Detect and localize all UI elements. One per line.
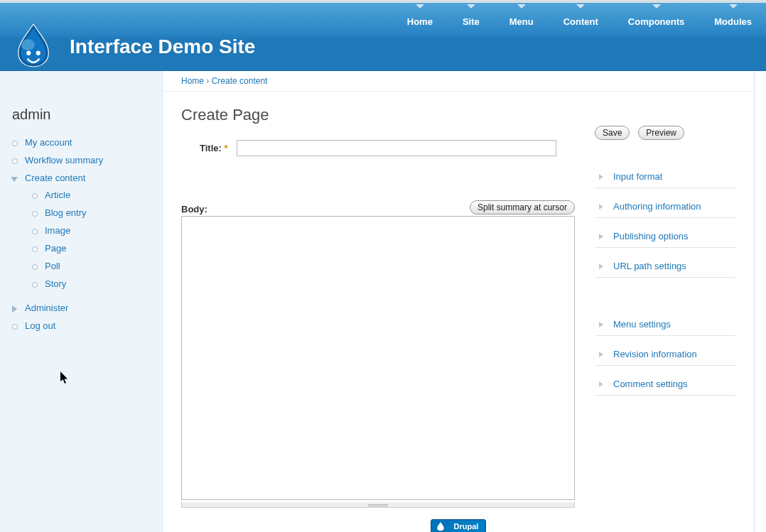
side-revision-info[interactable]: Revision information <box>613 349 697 359</box>
sidebar-log-out[interactable]: Log out <box>25 320 55 331</box>
sidebar-cc-article[interactable]: Article <box>45 190 70 200</box>
nav-site[interactable]: Site <box>463 6 480 27</box>
breadcrumb: Home › Create content <box>163 71 754 92</box>
breadcrumb-sep: › <box>204 76 212 86</box>
sidebar-title: admin <box>12 107 151 123</box>
required-star-icon: * <box>224 143 227 153</box>
preview-button[interactable]: Preview <box>638 126 684 140</box>
body-label: Body: <box>181 204 207 215</box>
side-comment-settings[interactable]: Comment settings <box>613 379 688 389</box>
sidebar: admin My account Workflow summary Create… <box>0 71 162 532</box>
footer-badge: Drupal <box>163 515 754 532</box>
svg-point-2 <box>36 51 41 55</box>
svg-point-0 <box>21 39 35 50</box>
sidebar-cc-page[interactable]: Page <box>45 243 66 254</box>
top-nav: Home Site Menu Content Components Module… <box>407 6 752 27</box>
nav-modules[interactable]: Modules <box>714 6 752 27</box>
nav-content[interactable]: Content <box>563 6 598 27</box>
sidebar-cc-image[interactable]: Image <box>45 225 70 236</box>
side-url-path-settings[interactable]: URL path settings <box>613 261 686 271</box>
form-main: Create Page Title: * Body: Split summary… <box>181 106 575 508</box>
breadcrumb-home[interactable]: Home <box>181 76 204 86</box>
page-title: Create Page <box>181 106 575 124</box>
svg-point-1 <box>26 51 31 55</box>
title-input[interactable] <box>237 140 556 156</box>
powered-by-drupal-badge[interactable]: Drupal <box>431 519 487 532</box>
side-authoring-info[interactable]: Authoring information <box>613 201 701 212</box>
side-input-format[interactable]: Input format <box>613 171 662 182</box>
nav-home[interactable]: Home <box>407 6 433 27</box>
drupal-badge-icon <box>431 520 450 532</box>
page-body: admin My account Workflow summary Create… <box>0 71 766 532</box>
sidebar-workflow-summary[interactable]: Workflow summary <box>25 155 103 165</box>
body-textarea[interactable] <box>181 216 575 500</box>
drupal-logo-icon <box>13 23 54 70</box>
split-summary-button[interactable]: Split summary at cursor <box>470 200 575 215</box>
sidebar-administer[interactable]: Administer <box>25 303 68 313</box>
resize-grip-icon[interactable] <box>181 502 575 508</box>
save-button[interactable]: Save <box>595 126 630 140</box>
sidebar-create-content[interactable]: Create content <box>25 173 85 183</box>
sidebar-cc-blog-entry[interactable]: Blog entry <box>45 207 87 218</box>
sidebar-cc-story[interactable]: Story <box>45 278 66 289</box>
form-side: Save Preview Input format Authoring info… <box>595 106 735 508</box>
title-label: Title: * <box>200 143 228 153</box>
drupal-badge-text: Drupal <box>450 521 486 532</box>
side-menu-settings[interactable]: Menu settings <box>613 319 671 330</box>
content-area: Home › Create content Create Page Title:… <box>162 71 755 532</box>
side-publishing-options[interactable]: Publishing options <box>613 231 689 241</box>
site-header: Home Site Menu Content Components Module… <box>0 0 766 71</box>
nav-components[interactable]: Components <box>628 6 684 27</box>
site-title[interactable]: Interface Demo Site <box>70 36 255 58</box>
nav-menu[interactable]: Menu <box>509 6 534 27</box>
sidebar-my-account[interactable]: My account <box>25 137 72 148</box>
breadcrumb-create-content[interactable]: Create content <box>212 76 268 86</box>
sidebar-cc-poll[interactable]: Poll <box>45 261 60 271</box>
